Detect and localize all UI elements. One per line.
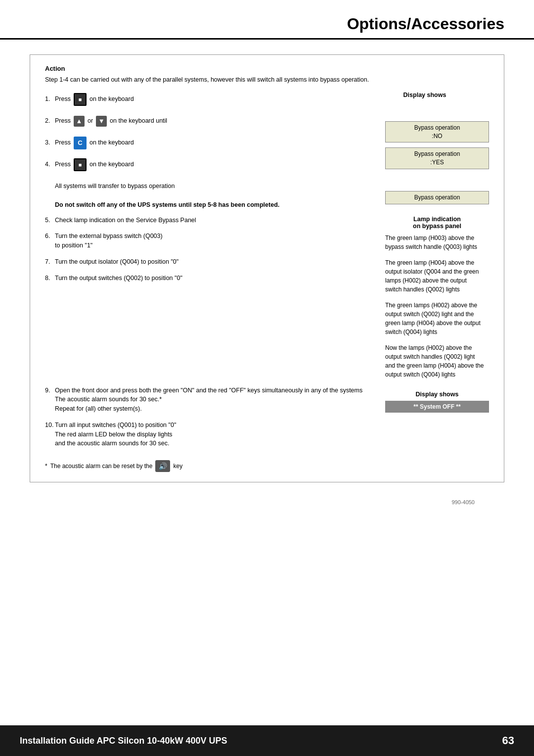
step-3-press: Press	[55, 138, 71, 147]
step-2-num: 2.	[45, 116, 55, 126]
step-1-content: Press ■ on the keyboard	[55, 93, 385, 106]
step-6: 6. Turn the external bypass switch (Q003…	[45, 232, 385, 250]
step-8-text: Turn the output switches (Q002) to posit…	[55, 274, 385, 283]
lamp-text-5: The green lamp (H003) above the bypass s…	[385, 234, 484, 251]
display-shows-bottom-col: Display shows ** System OFF **	[385, 386, 489, 456]
system-off-display: ** System OFF **	[385, 401, 489, 413]
step-4: 4. Press ■ on the keyboard	[45, 157, 385, 173]
content-box: Action Step 1-4 can be carried out with …	[30, 54, 504, 482]
down-arrow-icon: ▼	[96, 116, 107, 127]
step-9-num: 9.	[45, 386, 55, 414]
steps-5-8-layout: 5. Check lamp indication on the Service …	[45, 216, 489, 386]
spacer-step1	[385, 102, 489, 121]
up-arrow-icon: ▲	[74, 116, 85, 127]
footer-page: 63	[502, 734, 514, 747]
action-label: Action	[45, 65, 489, 72]
lamp-right-col: Lamp indication on bypass panel The gree…	[385, 216, 489, 386]
transfer-text: All systems will transfer to bypass oper…	[55, 182, 385, 191]
footnote-text: The acoustic alarm can be reset by the	[50, 463, 153, 470]
footnote-row: * The acoustic alarm can be reset by the…	[45, 460, 489, 472]
step-4-num: 4.	[45, 160, 55, 169]
step-6-num: 6.	[45, 232, 55, 250]
step-2-press: Press	[55, 116, 71, 126]
step-5-num: 5.	[45, 216, 55, 225]
step-5: 5. Check lamp indication on the Service …	[45, 216, 385, 225]
page-header: Options/Accessories	[0, 0, 534, 40]
step-1: 1. Press ■ on the keyboard	[45, 92, 385, 107]
lamp-text-7: The green lamps (H002) above the output …	[385, 301, 484, 336]
step-10-text: Turn all input switches (Q001) to positi…	[55, 421, 385, 448]
step-4-press: Press	[55, 160, 71, 169]
lamp-text-8: Now the lamps (H002) above the output sw…	[385, 343, 484, 379]
step-2-suffix: on the keyboard until	[110, 116, 167, 126]
display-bypass-no: Bypass operation :NO	[385, 121, 489, 143]
steps-1-4-left: 1. Press ■ on the keyboard 2. Press ▲ or…	[45, 92, 385, 216]
steps-5-8-left: 5. Check lamp indication on the Service …	[45, 216, 385, 386]
footer-title: Installation Guide APC Silcon 10-40kW 40…	[20, 736, 502, 746]
spacer-step4	[385, 172, 489, 191]
footnote-asterisk: *	[45, 463, 47, 470]
page-footer: Installation Guide APC Silcon 10-40kW 40…	[0, 725, 534, 756]
c-key-icon: C	[74, 137, 87, 149]
page-title: Options/Accessories	[347, 15, 504, 33]
lamp-text-6: The green lamp (H004) above the output i…	[385, 258, 484, 294]
step-4-content: Press ■ on the keyboard	[55, 158, 385, 171]
display-shows-header: Display shows	[385, 92, 464, 98]
display-bypass-operation: Bypass operation	[385, 191, 489, 204]
step-3: 3. Press C on the keyboard	[45, 135, 385, 151]
step-2-content: Press ▲ or ▼ on the keyboard until	[55, 116, 385, 127]
warning-text: Do not switch off any of the UPS systems…	[55, 200, 385, 210]
step-4-suffix: on the keyboard	[89, 160, 134, 169]
step-9-text: Open the front door and press both the g…	[55, 386, 385, 414]
step-7-text: Turn the output isolator (Q004) to posit…	[55, 257, 385, 267]
intro-text: Step 1-4 can be carried out with any of …	[45, 75, 489, 85]
display-shows-bottom-label: Display shows	[385, 391, 489, 398]
step-1-num: 1.	[45, 94, 55, 104]
lamp-indication-header: Lamp indication on bypass panel	[385, 216, 489, 230]
step-10: 10. Turn all input switches (Q001) to po…	[45, 421, 385, 448]
step-9: 9. Open the front door and press both th…	[45, 386, 385, 414]
step-3-content: Press C on the keyboard	[55, 137, 385, 149]
sound-key-icon: 🔊	[155, 460, 170, 472]
transfer-row: All systems will transfer to bypass oper…	[45, 179, 385, 194]
step-3-suffix: on the keyboard	[89, 138, 134, 147]
steps-1-4-right: Display shows Bypass operation :NO Bypas…	[385, 92, 489, 216]
enter-key-icon-1: ■	[74, 93, 87, 106]
step-7-num: 7.	[45, 257, 55, 267]
step-3-num: 3.	[45, 138, 55, 147]
steps-9-10-left: 9. Open the front door and press both th…	[45, 386, 385, 456]
display-bypass-yes: Bypass operation :YES	[385, 147, 489, 169]
step-5-text: Check lamp indication on the Service Byp…	[55, 216, 385, 225]
step-1-suffix: on the keyboard	[89, 94, 134, 104]
step-10-num: 10.	[45, 421, 55, 448]
part-number: 990-4050	[30, 497, 504, 507]
step-2: 2. Press ▲ or ▼ on the keyboard until	[45, 113, 385, 129]
steps-9-10-layout: 9. Open the front door and press both th…	[45, 386, 489, 456]
steps-1-4-layout: 1. Press ■ on the keyboard 2. Press ▲ or…	[45, 92, 489, 216]
step-8-num: 8.	[45, 274, 55, 283]
enter-key-icon-2: ■	[74, 158, 87, 171]
step-2-or: or	[88, 116, 93, 126]
step-8: 8. Turn the output switches (Q002) to po…	[45, 274, 385, 283]
step-1-press: Press	[55, 94, 71, 104]
step-6-text: Turn the external bypass switch (Q003)to…	[55, 232, 385, 250]
main-content: Action Step 1-4 can be carried out with …	[0, 40, 534, 522]
step-7: 7. Turn the output isolator (Q004) to po…	[45, 257, 385, 267]
footnote-end: key	[173, 463, 182, 470]
